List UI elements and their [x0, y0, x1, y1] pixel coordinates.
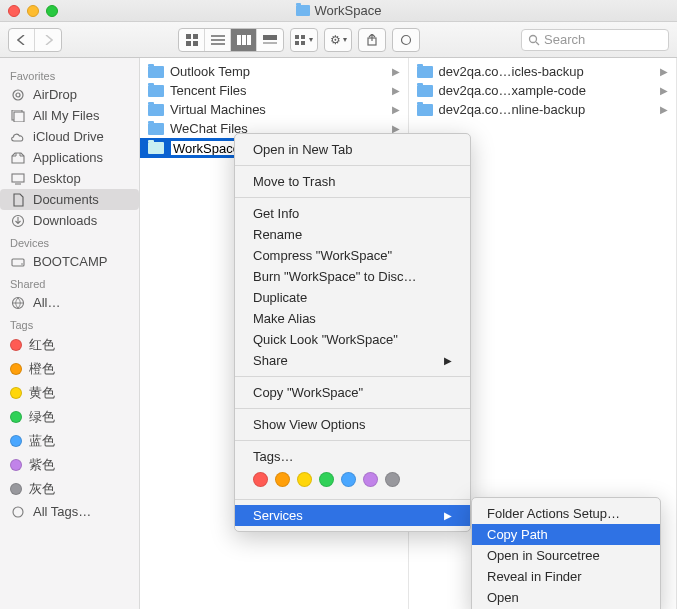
separator	[235, 197, 470, 198]
column-view-button[interactable]	[231, 29, 257, 51]
tag-color-button[interactable]	[253, 472, 268, 487]
folder-icon	[148, 85, 164, 97]
svg-point-18	[530, 35, 537, 42]
sidebar-tag-gray[interactable]: 灰色	[0, 477, 139, 501]
tags-group	[392, 28, 420, 52]
list-item[interactable]: dev2qa.co…icles-backup▶	[409, 62, 677, 81]
ctx-rename[interactable]: Rename	[235, 224, 470, 245]
sidebar-item-all-my-files[interactable]: All My Files	[0, 105, 139, 126]
sidebar-item-bootcamp[interactable]: BOOTCAMP	[0, 251, 139, 272]
ctx-share[interactable]: Share▶	[235, 350, 470, 371]
tag-dot-icon	[10, 387, 22, 399]
zoom-window-button[interactable]	[46, 5, 58, 17]
svc-reveal-finder[interactable]: Reveal in Finder	[472, 566, 660, 587]
ctx-show-view-options[interactable]: Show View Options	[235, 414, 470, 435]
tag-dot-icon	[10, 339, 22, 351]
ctx-quick-look[interactable]: Quick Look "WorkSpace"	[235, 329, 470, 350]
ctx-duplicate[interactable]: Duplicate	[235, 287, 470, 308]
list-item[interactable]: dev2qa.co…xample-code▶	[409, 81, 677, 100]
svg-rect-10	[263, 35, 277, 40]
sidebar-item-shared-all[interactable]: All…	[0, 292, 139, 313]
svg-point-30	[13, 507, 23, 517]
separator	[235, 440, 470, 441]
ctx-make-alias[interactable]: Make Alias	[235, 308, 470, 329]
minimize-window-button[interactable]	[27, 5, 39, 17]
back-button[interactable]	[9, 29, 35, 51]
chevron-right-icon: ▶	[444, 510, 452, 521]
sidebar-item-desktop[interactable]: Desktop	[0, 168, 139, 189]
tag-color-button[interactable]	[297, 472, 312, 487]
chevron-right-icon: ▶	[660, 66, 668, 77]
sidebar-item-icloud[interactable]: iCloud Drive	[0, 126, 139, 147]
svg-rect-24	[12, 174, 24, 182]
sidebar-header-favorites: Favorites	[0, 64, 139, 84]
tag-color-button[interactable]	[363, 472, 378, 487]
sidebar-tag-green[interactable]: 绿色	[0, 405, 139, 429]
svg-rect-8	[242, 35, 246, 45]
sidebar-item-downloads[interactable]: Downloads	[0, 210, 139, 231]
ctx-burn[interactable]: Burn "WorkSpace" to Disc…	[235, 266, 470, 287]
sidebar-header-shared: Shared	[0, 272, 139, 292]
sidebar-item-documents[interactable]: Documents	[0, 189, 139, 210]
desktop-icon	[10, 172, 26, 186]
sidebar-tag-yellow[interactable]: 黄色	[0, 381, 139, 405]
forward-button[interactable]	[35, 29, 61, 51]
folder-icon	[148, 66, 164, 78]
window-controls	[8, 5, 58, 17]
view-mode-group	[178, 28, 284, 52]
svc-open[interactable]: Open	[472, 587, 660, 608]
search-placeholder: Search	[544, 32, 585, 47]
ctx-services[interactable]: Services▶	[235, 505, 470, 526]
arrange-group: ▾	[290, 28, 318, 52]
ctx-tag-color-row	[235, 467, 470, 494]
tag-color-button[interactable]	[275, 472, 290, 487]
tag-color-button[interactable]	[341, 472, 356, 487]
svc-open-sourcetree[interactable]: Open in Sourcetree	[472, 545, 660, 566]
chevron-right-icon: ▶	[392, 66, 400, 77]
svc-folder-actions[interactable]: Folder Actions Setup…	[472, 503, 660, 524]
documents-icon	[10, 193, 26, 207]
list-item[interactable]: dev2qa.co…nline-backup▶	[409, 100, 677, 119]
window-title-text: WorkSpace	[315, 3, 382, 18]
sidebar-tag-red[interactable]: 红色	[0, 333, 139, 357]
sidebar-tag-orange[interactable]: 橙色	[0, 357, 139, 381]
icon-view-button[interactable]	[179, 29, 205, 51]
sidebar-tag-blue[interactable]: 蓝色	[0, 429, 139, 453]
svg-rect-27	[12, 259, 24, 266]
ctx-get-info[interactable]: Get Info	[235, 203, 470, 224]
tags-button[interactable]	[393, 29, 419, 51]
list-item[interactable]: Virtual Machines▶	[140, 100, 408, 119]
ctx-compress[interactable]: Compress "WorkSpace"	[235, 245, 470, 266]
coverflow-view-button[interactable]	[257, 29, 283, 51]
ctx-copy[interactable]: Copy "WorkSpace"	[235, 382, 470, 403]
tag-color-button[interactable]	[319, 472, 334, 487]
list-item[interactable]: Tencent Files▶	[140, 81, 408, 100]
sidebar-item-applications[interactable]: Applications	[0, 147, 139, 168]
close-window-button[interactable]	[8, 5, 20, 17]
share-button[interactable]	[359, 29, 385, 51]
tag-dot-icon	[10, 459, 22, 471]
sidebar-item-airdrop[interactable]: AirDrop	[0, 84, 139, 105]
folder-icon	[148, 104, 164, 116]
sidebar-header-tags: Tags	[0, 313, 139, 333]
tag-color-button[interactable]	[385, 472, 400, 487]
ctx-open-new-tab[interactable]: Open in New Tab	[235, 139, 470, 160]
svg-rect-13	[301, 35, 305, 39]
separator	[235, 499, 470, 500]
svg-rect-3	[193, 41, 198, 46]
sidebar-all-tags[interactable]: All Tags…	[0, 501, 139, 522]
ctx-move-to-trash[interactable]: Move to Trash	[235, 171, 470, 192]
services-submenu: Folder Actions Setup… Copy Path Open in …	[471, 497, 661, 609]
svg-rect-16	[368, 38, 376, 45]
svc-copy-path[interactable]: Copy Path	[472, 524, 660, 545]
list-item[interactable]: Outlook Temp▶	[140, 62, 408, 81]
gear-button[interactable]: ⚙▾	[325, 29, 351, 51]
sidebar-tag-purple[interactable]: 紫色	[0, 453, 139, 477]
separator	[235, 408, 470, 409]
search-field[interactable]: Search	[521, 29, 669, 51]
svg-rect-7	[237, 35, 241, 45]
arrange-button[interactable]: ▾	[291, 29, 317, 51]
toolbar: ▾ ⚙▾ Search	[0, 22, 677, 58]
list-view-button[interactable]	[205, 29, 231, 51]
svg-point-20	[13, 90, 23, 100]
